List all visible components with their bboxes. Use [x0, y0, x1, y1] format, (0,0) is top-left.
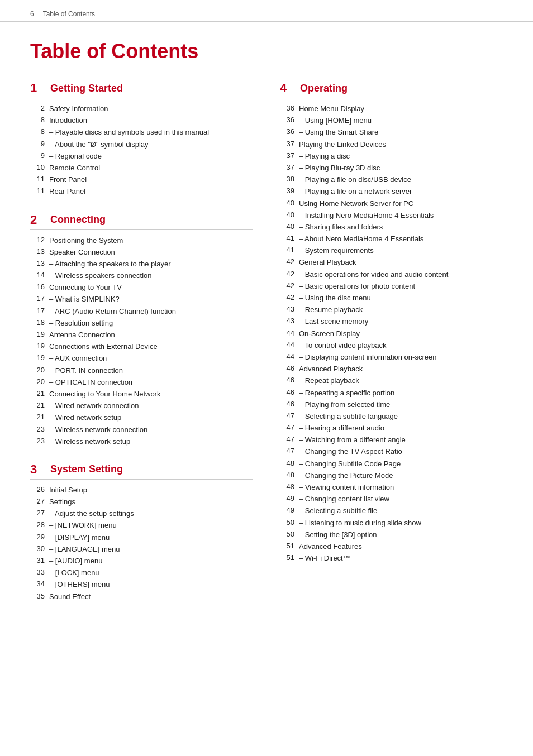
toc-entry: 35Sound Effect [30, 592, 253, 602]
toc-entry: 46– Repeating a specific portion [280, 388, 503, 398]
section-4: 4 Operating 36Home Menu Display 36– Usin… [280, 81, 503, 563]
toc-entry: 46– Repeat playback [280, 376, 503, 386]
toc-entry: 47– Changing the TV Aspect Ratio [280, 447, 503, 457]
toc-entry: 34– [OTHERS] menu [30, 580, 253, 590]
toc-entry: 37– Playing a disc [280, 151, 503, 161]
toc-entry: 29– [DISPLAY] menu [30, 533, 253, 543]
page-header: 6 Table of Contents [0, 0, 533, 22]
section-1-title: Getting Started [50, 83, 123, 94]
left-column: 1 Getting Started 2Safety Information 8I… [30, 81, 253, 618]
toc-entry: 2Safety Information [30, 104, 253, 114]
header-title: Table of Contents [43, 10, 95, 18]
section-1-header: 1 Getting Started [30, 81, 253, 98]
toc-entry: 20– PORT. IN connection [30, 366, 253, 376]
toc-entry: 48– Viewing content information [280, 482, 503, 492]
main-title: Table of Contents [30, 40, 503, 63]
toc-entry: 51Advanced Features [280, 542, 503, 552]
section-4-title: Operating [300, 83, 348, 94]
header-page-number: 6 [30, 10, 34, 18]
toc-entry: 46Advanced Playback [280, 364, 503, 374]
toc-entry: 44– To control video playback [280, 341, 503, 351]
toc-entry: 40– Installing Nero MediaHome 4 Essentia… [280, 210, 503, 221]
section-4-entries: 36Home Menu Display 36– Using [HOME] men… [280, 104, 503, 563]
toc-entry: 27Settings [30, 497, 253, 507]
toc-entry: 47– Selecting a subtitle language [280, 412, 503, 422]
toc-entry: 38– Playing a file on disc/USB device [280, 175, 503, 185]
section-2-entries: 12Positioning the System 13Speaker Conne… [30, 236, 253, 447]
section-2-number: 2 [30, 213, 44, 227]
toc-entry: 16Connecting to Your TV [30, 283, 253, 293]
toc-entry: 42– Basic operations for video and audio… [280, 270, 503, 280]
toc-entry: 36– Using the Smart Share [280, 127, 503, 137]
toc-entry: 27– Adjust the setup settings [30, 509, 253, 519]
toc-entry: 43– Last scene memory [280, 317, 503, 327]
toc-entry: 47– Watching from a different angle [280, 435, 503, 445]
toc-entry: 11Front Panel [30, 175, 253, 185]
toc-entry: 31– [AUDIO] menu [30, 556, 253, 566]
toc-entry: 51– Wi-Fi Direct™ [280, 553, 503, 563]
toc-entry: 28– [NETWORK] menu [30, 520, 253, 530]
toc-entry: 19Connections with External Device [30, 342, 253, 352]
toc-entry: 40– Sharing files and folders [280, 222, 503, 232]
toc-entry: 48– Changing the Picture Mode [280, 471, 503, 481]
toc-entry: 26Initial Setup [30, 485, 253, 495]
toc-entry: 8– Playable discs and symbols used in th… [30, 127, 253, 137]
toc-entry: 46– Playing from selected time [280, 400, 503, 410]
toc-entry: 37Playing the Linked Devices [280, 140, 503, 150]
toc-entry: 36Home Menu Display [280, 104, 503, 114]
section-3-title: System Setting [50, 463, 123, 475]
toc-entry: 23– Wireless network setup [30, 437, 253, 447]
toc-entry: 44– Displaying content information on-sc… [280, 352, 503, 362]
toc-entry: 48– Changing Subtitle Code Page [280, 459, 503, 469]
toc-entry: 41– About Nero MediaHome 4 Essentials [280, 234, 503, 244]
toc-entry: 40Using Home Network Server for PC [280, 199, 503, 209]
toc-entry: 42– Basic operations for photo content [280, 281, 503, 291]
toc-entry: 49– Changing content list view [280, 494, 503, 504]
section-3-number: 3 [30, 462, 44, 477]
toc-entry: 39– Playing a file on a network server [280, 186, 503, 197]
section-3-header: 3 System Setting [30, 462, 253, 480]
toc-entry: 21– Wired network connection [30, 401, 253, 411]
toc-entry: 36– Using [HOME] menu [280, 116, 503, 126]
toc-entry: 21Connecting to Your Home Network [30, 389, 253, 399]
toc-entry: 13– Attaching the speakers to the player [30, 259, 253, 269]
section-2-header: 2 Connecting [30, 213, 253, 230]
section-4-number: 4 [280, 81, 293, 95]
page-content: Table of Contents 1 Getting Started 2Saf… [0, 22, 533, 640]
toc-entry: 18– Resolution setting [30, 318, 253, 328]
toc-entry: 9– About the "Ø" symbol display [30, 140, 253, 150]
toc-entry: 50– Listening to music during slide show [280, 518, 503, 528]
toc-entry: 30– [LANGUAGE] menu [30, 544, 253, 554]
section-2-title: Connecting [50, 214, 106, 226]
toc-entry: 13Speaker Connection [30, 247, 253, 257]
toc-entry: 37– Playing Blu-ray 3D disc [280, 163, 503, 173]
section-3-entries: 26Initial Setup 27Settings 27– Adjust th… [30, 485, 253, 602]
section-2: 2 Connecting 12Positioning the System 13… [30, 213, 253, 447]
toc-entry: 44On-Screen Display [280, 329, 503, 339]
toc-entry: 42General Playback [280, 257, 503, 267]
toc-entry: 17– What is SIMPLINK? [30, 294, 253, 304]
toc-entry: 23– Wireless network connection [30, 425, 253, 435]
section-1-number: 1 [30, 81, 44, 95]
toc-entry: 19Antenna Connection [30, 330, 253, 340]
section-1-entries: 2Safety Information 8Introduction 8– Pla… [30, 104, 253, 197]
toc-entry: 19– AUX connection [30, 353, 253, 363]
toc-entry: 20– OPTICAL IN connection [30, 377, 253, 387]
toc-entry: 50– Setting the [3D] option [280, 530, 503, 540]
toc-entry: 33– [LOCK] menu [30, 568, 253, 578]
toc-entry: 42– Using the disc menu [280, 293, 503, 303]
right-column: 4 Operating 36Home Menu Display 36– Usin… [280, 81, 503, 618]
toc-entry: 9– Regional code [30, 151, 253, 161]
section-3: 3 System Setting 26Initial Setup 27Setti… [30, 462, 253, 602]
toc-entry: 49– Selecting a subtitle file [280, 506, 503, 516]
toc-entry: 14– Wireless speakers connection [30, 271, 253, 281]
toc-entry: 47– Hearing a different audio [280, 423, 503, 433]
toc-entry: 12Positioning the System [30, 236, 253, 246]
two-column-layout: 1 Getting Started 2Safety Information 8I… [30, 81, 503, 618]
toc-entry: 43– Resume playback [280, 305, 503, 315]
toc-entry: 17– ARC (Audio Return Channel) function [30, 307, 253, 317]
toc-entry: 11Rear Panel [30, 186, 253, 197]
toc-entry: 8Introduction [30, 116, 253, 126]
section-4-header: 4 Operating [280, 81, 503, 98]
toc-entry: 41– System requirements [280, 246, 503, 256]
